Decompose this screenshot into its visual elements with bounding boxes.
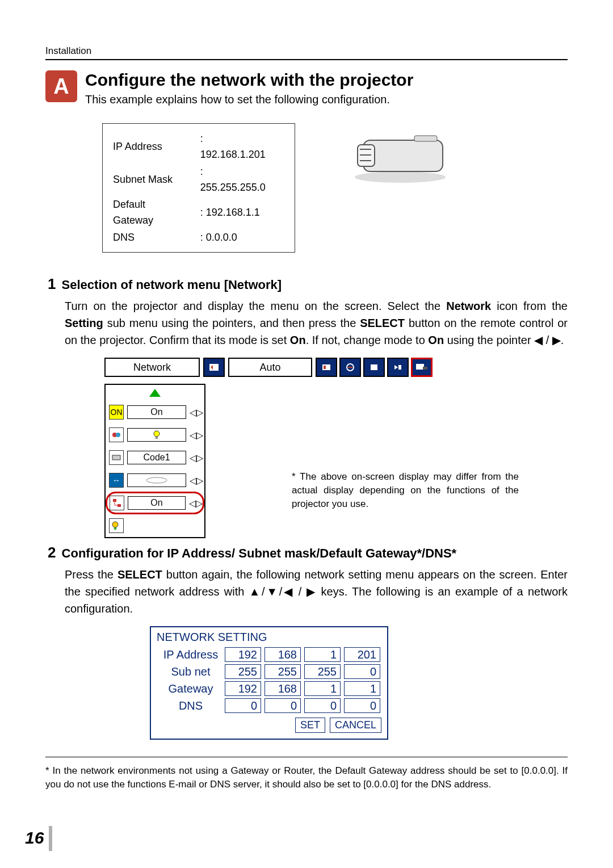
ns-row-gateway: Gateway19216811 — [157, 681, 381, 696]
svg-rect-29 — [114, 527, 116, 530]
svg-point-20 — [154, 431, 159, 437]
left-right-icon: ◁▷ — [190, 452, 201, 463]
svg-rect-22 — [112, 455, 120, 460]
osd-input-icon — [203, 358, 225, 377]
step-1-heading: 1 Selection of network menu [Network] — [48, 275, 568, 293]
divider — [45, 757, 568, 757]
progress-icon — [145, 476, 168, 484]
svg-point-28 — [112, 522, 118, 527]
osd-icon-3 — [363, 358, 385, 377]
step-1: 1 Selection of network menu [Network] Tu… — [48, 275, 568, 528]
config-row-item: Subnet Mask: 255.255.255.0 — [113, 163, 284, 195]
svg-point-19 — [116, 433, 120, 437]
osd-icons-right — [316, 358, 433, 377]
projector-icon — [346, 123, 454, 186]
left-right-icon: ◁▷ — [190, 475, 201, 486]
set-button[interactable]: SET — [295, 718, 325, 733]
bulb-icon — [153, 430, 161, 440]
cancel-button[interactable]: CANCEL — [330, 718, 381, 733]
network-setting-title: NETWORK SETTING — [157, 631, 381, 644]
config-row-item: Default Gateway: 192.168.1.1 — [113, 196, 284, 228]
osd-row-icon — [109, 518, 124, 533]
section-header: Installation — [45, 45, 568, 60]
svg-point-23 — [146, 477, 167, 483]
triangle-up-icon — [149, 389, 161, 397]
osd-setting-row: ONOn◁▷ — [106, 401, 204, 423]
config-values-box: IP Address: 192.168.1.201 Subnet Mask: 2… — [102, 123, 295, 253]
osd-icon-4 — [387, 358, 409, 377]
osd-settings-column: ONOn◁▷ ◁▷ Code1◁▷ ↔◁▷ On◁▷ — [104, 384, 205, 538]
osd-menu-name: Network — [104, 358, 200, 377]
svg-rect-21 — [156, 437, 158, 439]
svg-rect-17 — [423, 367, 427, 370]
osd-setting-row: Code1◁▷ — [106, 446, 204, 469]
network-icon — [110, 496, 124, 510]
step-2: 2 Configuration for IP Address/ Subnet m… — [48, 544, 568, 740]
ns-row-dns: DNS0000 — [157, 698, 381, 713]
osd-setting-row: ◁▷ — [106, 423, 204, 446]
svg-rect-13 — [371, 364, 377, 370]
osd-setting-row — [106, 514, 204, 537]
step-1-body: Turn on the projector and display the me… — [65, 297, 568, 349]
svg-rect-6 — [414, 136, 437, 141]
title-row: A Configure the network with the project… — [45, 70, 568, 106]
page-number-bar — [49, 826, 52, 851]
footnote: * In the network environments not using … — [45, 764, 568, 791]
osd-menu-figure: Network Auto ONOn◁▷ ◁▷ Code1◁▷ — [104, 358, 502, 528]
ns-row-subnet: Sub net2552552550 — [157, 664, 381, 679]
svg-rect-16 — [416, 364, 424, 370]
step-2-heading: 2 Configuration for IP Address/ Subnet m… — [48, 544, 568, 561]
osd-setting-row-highlighted: On◁▷ — [106, 492, 204, 514]
left-right-icon: ◁▷ — [190, 430, 201, 441]
page-number: 16 — [25, 828, 44, 848]
osd-scroll-up — [106, 385, 204, 401]
svg-point-0 — [355, 171, 446, 183]
osd-row-icon — [109, 450, 124, 465]
osd-icon-2 — [339, 358, 361, 377]
osd-row-icon: ↔ — [109, 473, 124, 488]
osd-menu-bar: Network Auto — [104, 358, 502, 377]
left-right-icon: ◁▷ — [190, 407, 201, 418]
left-right-icon: ◁▷ — [189, 498, 200, 509]
config-row-item: IP Address: 192.168.1.201 — [113, 131, 284, 162]
osd-auto-label: Auto — [228, 358, 312, 377]
page-content: Installation A Configure the network wit… — [45, 45, 568, 791]
config-row-item: DNS: 0.0.0.0 — [113, 229, 284, 245]
network-setting-panel: NETWORK SETTING IP Address1921681201 Sub… — [150, 626, 388, 740]
osd-footnote: * The above on-screen display may differ… — [292, 470, 519, 511]
svg-marker-14 — [394, 365, 398, 370]
osd-icon-1 — [316, 358, 337, 377]
ns-row-ip: IP Address1921681201 — [157, 647, 381, 662]
config-row: IP Address: 192.168.1.201 Subnet Mask: 2… — [102, 123, 568, 253]
page-subtitle: This example explains how to set the fol… — [85, 93, 413, 106]
page-title: Configure the network with the projector — [85, 70, 413, 90]
osd-setting-row: ↔◁▷ — [106, 469, 204, 492]
osd-row-icon — [109, 427, 124, 442]
svg-rect-15 — [398, 365, 401, 370]
svg-rect-10 — [324, 366, 326, 369]
step-2-body: Press the SELECT button again, the follo… — [65, 566, 568, 617]
svg-rect-24 — [113, 499, 116, 502]
osd-icon-selected — [411, 358, 433, 377]
osd-row-icon: ON — [109, 405, 124, 420]
step-badge-a: A — [45, 70, 77, 102]
